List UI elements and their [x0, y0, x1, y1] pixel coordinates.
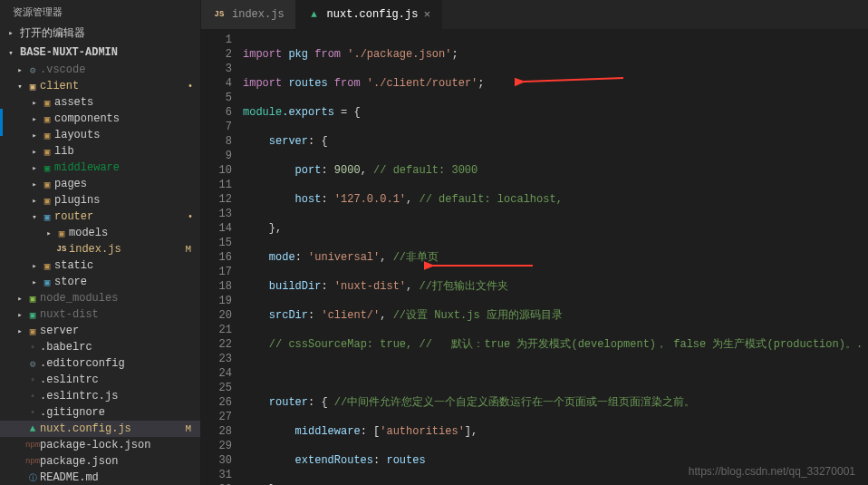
tree-folder-layouts[interactable]: ▸▣layouts — [0, 127, 200, 143]
folder-icon: ▣ — [40, 97, 54, 109]
file-icon: ◦ — [25, 342, 40, 353]
folder-icon: ▣ — [40, 260, 54, 272]
js-file-icon: JS — [212, 10, 227, 19]
tree-file-eslintrcjs[interactable]: ◦.eslintrc.js — [0, 388, 200, 404]
tree-file-pkg[interactable]: npmpackage.json — [0, 453, 200, 470]
tree-folder-static[interactable]: ▸▣static — [0, 257, 200, 274]
json-file-icon: npm — [25, 457, 40, 466]
js-file-icon: JS — [54, 245, 69, 254]
tree-folder-server[interactable]: ▸▣server — [0, 323, 200, 339]
folder-open-icon: ▣ — [40, 211, 54, 223]
close-icon[interactable]: × — [423, 8, 430, 22]
line-gutter: 1234567891011121314151617181920212223242… — [201, 29, 243, 485]
json-file-icon: npm — [25, 441, 40, 450]
file-icon: ◦ — [25, 407, 40, 418]
watermark: https://blog.csdn.net/qq_33270001 — [689, 465, 855, 478]
tab-indexjs[interactable]: JS index.js — [201, 0, 296, 29]
chevron-right-icon: ▸ — [5, 28, 16, 38]
tree-folder-pages[interactable]: ▸▣pages — [0, 176, 200, 192]
tree-folder-assets[interactable]: ▸▣assets — [0, 94, 200, 111]
tree-file-indexjs[interactable]: JSindex.jsM — [0, 241, 200, 257]
explorer-title: 资源管理器 — [0, 0, 200, 23]
tree-folder-nuxtdist[interactable]: ▸▣nuxt-dist — [0, 306, 200, 323]
folder-open-icon: ▣ — [25, 81, 40, 92]
editor-area: JS index.js ▲ nuxt.config.js × 123456789… — [201, 0, 868, 485]
folder-icon: ▣ — [25, 293, 40, 305]
folder-icon: ▣ — [40, 113, 54, 125]
folder-icon: ▣ — [25, 325, 40, 337]
tree-folder-lib[interactable]: ▸▣lib — [0, 143, 200, 160]
folder-icon: ▣ — [40, 130, 54, 141]
tab-bar: JS index.js ▲ nuxt.config.js × — [201, 0, 868, 29]
file-icon: ⚙ — [25, 358, 40, 370]
tree-folder-client[interactable]: ▾▣client• — [0, 78, 200, 94]
tree-file-readme[interactable]: ⓘREADME.md — [0, 470, 200, 485]
folder-icon: ▣ — [40, 195, 54, 207]
tab-nuxtconfig[interactable]: ▲ nuxt.config.js × — [296, 0, 443, 29]
root-folder[interactable]: ▾ BASE-NUXT-ADMIN — [0, 44, 200, 62]
folder-icon: ▣ — [40, 179, 54, 190]
tree-folder-vscode[interactable]: ▸⚙.vscode — [0, 62, 200, 78]
tree-folder-plugins[interactable]: ▸▣plugins — [0, 192, 200, 209]
code-editor[interactable]: 1234567891011121314151617181920212223242… — [201, 29, 868, 485]
nuxt-file-icon: ▲ — [307, 9, 322, 20]
folder-icon: ▣ — [54, 228, 69, 239]
tree-folder-store[interactable]: ▸▣store — [0, 274, 200, 290]
file-icon: ◦ — [25, 391, 40, 402]
tree-file-babelrc[interactable]: ◦.babelrc — [0, 339, 200, 355]
folder-icon: ▣ — [40, 276, 54, 288]
explorer-sidebar: 资源管理器 ▸ 打开的编辑器 ▾ BASE-NUXT-ADMIN ▸⚙.vsco… — [0, 0, 201, 485]
tree-folder-middleware[interactable]: ▸▣middleware — [0, 160, 200, 176]
tree-folder-nodemodules[interactable]: ▸▣node_modules — [0, 290, 200, 306]
file-tree: ▸⚙.vscode ▾▣client• ▸▣assets ▸▣component… — [0, 62, 200, 485]
open-editors-section[interactable]: ▸ 打开的编辑器 — [0, 23, 200, 44]
tree-file-nuxtconfig[interactable]: ▲nuxt.config.jsM — [0, 421, 200, 437]
md-file-icon: ⓘ — [25, 472, 40, 484]
nuxt-file-icon: ▲ — [25, 423, 40, 434]
folder-icon: ⚙ — [25, 64, 40, 76]
folder-icon: ▣ — [40, 162, 54, 174]
tree-file-gitignore[interactable]: ◦.gitignore — [0, 404, 200, 421]
tree-file-eslintrc[interactable]: ◦.eslintrc — [0, 372, 200, 388]
tree-folder-router[interactable]: ▾▣router• — [0, 209, 200, 225]
tree-folder-components[interactable]: ▸▣components — [0, 111, 200, 127]
folder-icon: ▣ — [40, 146, 54, 158]
tree-file-pkglock[interactable]: npmpackage-lock.json — [0, 437, 200, 453]
code-content[interactable]: import pkg from './package.json'; import… — [243, 29, 868, 485]
folder-icon: ▣ — [25, 309, 40, 321]
tree-file-editorconfig[interactable]: ⚙.editorconfig — [0, 355, 200, 372]
tree-folder-models[interactable]: ▸▣models — [0, 225, 200, 241]
file-icon: ◦ — [25, 374, 40, 385]
chevron-down-icon: ▾ — [5, 48, 16, 58]
